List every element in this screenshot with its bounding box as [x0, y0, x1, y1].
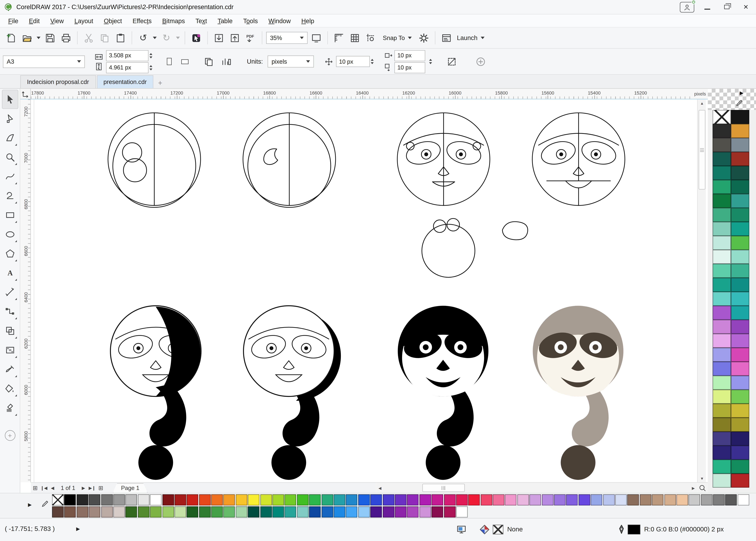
palette-color-swatch[interactable]	[223, 494, 235, 505]
document-color-swatch[interactable]	[712, 152, 731, 166]
bottom-palette-eyedropper-icon[interactable]	[41, 500, 49, 508]
palette-color-swatch[interactable]	[162, 494, 174, 505]
palette-color-swatch[interactable]	[640, 494, 651, 505]
palette-color-swatch[interactable]	[493, 494, 504, 505]
palette-color-swatch[interactable]	[187, 494, 198, 505]
scroll-left-button[interactable]: ◀	[376, 483, 384, 493]
palette-color-swatch[interactable]	[542, 494, 553, 505]
palette-color-swatch[interactable]	[676, 494, 688, 505]
menu-bitmaps[interactable]: Bitmaps	[157, 15, 190, 26]
palette-color-swatch[interactable]	[358, 494, 370, 505]
palette-eyedropper-icon[interactable]	[735, 99, 743, 108]
document-color-swatch[interactable]	[731, 278, 749, 292]
horizontal-ruler[interactable]: 1780017600174001720017000168001660016400…	[31, 89, 692, 99]
next-page-button[interactable]: ▶	[79, 483, 88, 492]
zoom-tool[interactable]	[2, 148, 18, 167]
document-color-swatch[interactable]	[712, 306, 731, 320]
document-color-swatch[interactable]	[712, 460, 731, 474]
zoom-level-combo[interactable]: 35%	[266, 32, 308, 44]
horizontal-scroll-thumb[interactable]	[422, 484, 465, 492]
document-color-swatch[interactable]	[712, 320, 731, 334]
palette-color-swatch[interactable]	[113, 506, 125, 517]
document-color-swatch[interactable]	[712, 446, 731, 460]
palette-color-swatch[interactable]	[444, 506, 455, 517]
cut-button[interactable]	[81, 31, 96, 45]
palette-color-swatch[interactable]	[113, 494, 125, 505]
menu-view[interactable]: View	[45, 15, 69, 26]
redo-button[interactable]: ↻	[159, 31, 174, 45]
construction-step-3[interactable]	[391, 106, 497, 214]
construction-step-2[interactable]	[236, 106, 342, 214]
document-color-swatch[interactable]	[712, 250, 731, 264]
palette-color-swatch[interactable]	[150, 506, 162, 517]
contour-tool[interactable]	[2, 321, 18, 340]
palette-color-swatch[interactable]	[725, 494, 737, 505]
document-color-swatch[interactable]	[712, 208, 731, 222]
document-color-swatch[interactable]	[712, 376, 731, 390]
document-color-swatch[interactable]	[712, 362, 731, 376]
portrait-button[interactable]	[163, 55, 176, 68]
page-width-field[interactable]: 3.508 px	[106, 50, 148, 61]
construction-step-4[interactable]	[526, 106, 631, 214]
palette-color-swatch[interactable]	[52, 506, 64, 517]
bottom-palette-flyout[interactable]: ▶	[28, 502, 32, 507]
palette-color-swatch[interactable]	[89, 494, 100, 505]
document-info-icon[interactable]	[456, 524, 467, 535]
palette-color-swatch[interactable]	[407, 506, 419, 517]
palette-color-swatch[interactable]	[223, 506, 235, 517]
document-color-swatch[interactable]	[731, 250, 749, 264]
save-button[interactable]	[43, 31, 57, 45]
document-color-swatch[interactable]	[731, 320, 749, 334]
ruler-origin-icon[interactable]	[20, 89, 31, 99]
palette-color-swatch[interactable]	[285, 506, 296, 517]
document-color-swatch[interactable]	[731, 460, 749, 474]
document-color-swatch[interactable]	[712, 166, 731, 180]
palette-color-swatch[interactable]	[285, 494, 296, 505]
document-color-swatch[interactable]	[712, 404, 731, 418]
palette-color-swatch[interactable]	[248, 506, 259, 517]
palette-color-swatch[interactable]	[260, 506, 272, 517]
palette-color-swatch[interactable]	[334, 506, 345, 517]
vertical-scrollbar[interactable]: ▲ ▼	[697, 99, 706, 482]
palette-color-swatch[interactable]	[627, 494, 639, 505]
tab-presentation[interactable]: presentation.cdr	[97, 75, 154, 88]
palette-color-swatch[interactable]	[175, 494, 186, 505]
document-color-swatch[interactable]	[712, 390, 731, 404]
palette-color-swatch[interactable]	[150, 494, 162, 505]
palette-color-swatch[interactable]	[297, 506, 308, 517]
vertical-scroll-thumb[interactable]	[699, 110, 705, 190]
knife-tool[interactable]	[2, 128, 18, 148]
document-color-swatch[interactable]	[731, 180, 749, 194]
launch-dropdown[interactable]	[481, 37, 485, 39]
palette-color-swatch[interactable]	[738, 494, 749, 505]
palette-color-swatch[interactable]	[321, 494, 333, 505]
palette-color-swatch[interactable]	[419, 494, 431, 505]
document-color-swatch[interactable]	[712, 418, 731, 432]
artistic-media-tool[interactable]	[2, 186, 18, 206]
undo-dropdown[interactable]	[152, 31, 158, 45]
logo-variant-color[interactable]	[524, 295, 634, 482]
zoom-to-page-button[interactable]	[697, 482, 708, 493]
palette-color-swatch[interactable]	[481, 494, 492, 505]
palette-color-swatch[interactable]	[701, 494, 712, 505]
scroll-down-button[interactable]: ▼	[698, 474, 706, 482]
palette-color-swatch[interactable]	[187, 506, 198, 517]
print-button[interactable]	[59, 31, 73, 45]
document-color-swatch[interactable]	[731, 418, 749, 432]
palette-color-swatch[interactable]	[652, 494, 663, 505]
tab-indecision-proposal[interactable]: Indecision proposal.cdr	[20, 75, 96, 88]
document-color-swatch[interactable]	[731, 264, 749, 278]
palette-color-swatch[interactable]	[309, 506, 321, 517]
palette-color-swatch[interactable]	[101, 506, 113, 517]
document-color-swatch[interactable]	[712, 474, 731, 488]
menu-file[interactable]: File	[3, 15, 24, 26]
open-button[interactable]	[20, 31, 34, 45]
construction-step-1[interactable]	[101, 106, 207, 214]
construction-head-and-blob[interactable]	[410, 205, 540, 288]
palette-color-swatch[interactable]	[505, 494, 517, 505]
palette-color-swatch[interactable]	[689, 494, 700, 505]
palette-color-swatch[interactable]	[407, 494, 419, 505]
menu-help[interactable]: Help	[296, 15, 320, 26]
palette-color-swatch[interactable]	[419, 506, 431, 517]
document-color-swatch[interactable]	[731, 166, 749, 180]
